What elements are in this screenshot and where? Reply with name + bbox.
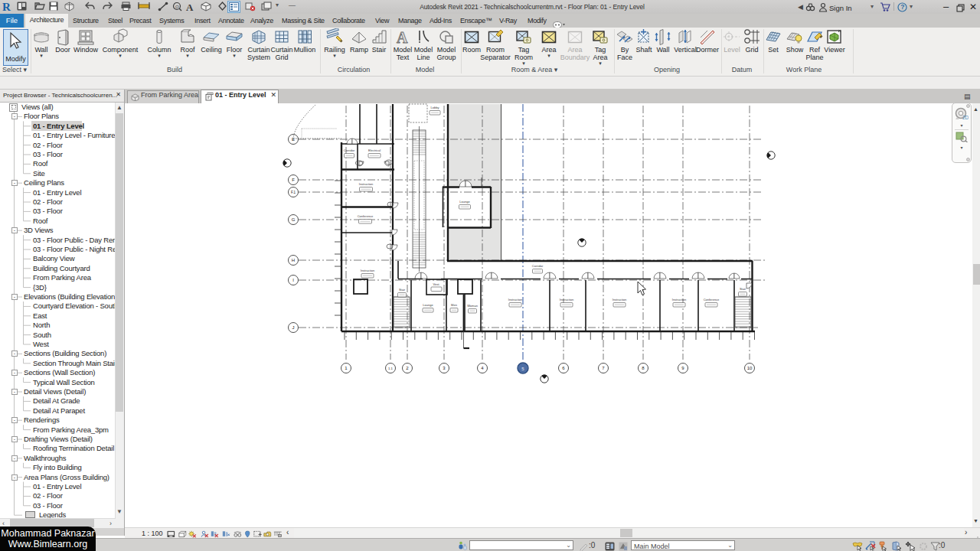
svg-text:Vest.: Vest.: [433, 282, 440, 286]
svg-text:?: ?: [900, 3, 904, 11]
svg-text:Lounge: Lounge: [423, 303, 433, 307]
svg-text:G: G: [292, 217, 296, 222]
svg-text:H: H: [292, 258, 295, 262]
svg-text:Stair: Stair: [740, 287, 746, 291]
svg-text:Stair: Stair: [399, 288, 406, 292]
svg-text:Instruction: Instruction: [361, 269, 374, 272]
svg-text:Instruction: Instruction: [612, 298, 626, 302]
svg-text:Lobby: Lobby: [431, 106, 439, 109]
svg-text:F.1: F.1: [291, 191, 296, 194]
svg-text:Instruction: Instruction: [672, 298, 686, 302]
svg-text:Woman: Woman: [467, 304, 478, 308]
svg-text:F: F: [292, 178, 295, 182]
svg-text:Corridor: Corridor: [532, 264, 544, 268]
svg-text:A: A: [397, 29, 408, 46]
svg-text:O: O: [175, 5, 179, 9]
svg-text:1.1: 1.1: [388, 367, 393, 370]
svg-text:Men: Men: [451, 303, 457, 307]
svg-text:2D: 2D: [962, 115, 969, 120]
svg-text:Lounge: Lounge: [459, 200, 470, 204]
svg-text:10: 10: [747, 366, 753, 370]
svg-text:Instruction: Instruction: [560, 298, 573, 302]
svg-text:Corridor: Corridor: [344, 148, 355, 152]
svg-text:Instruction: Instruction: [508, 298, 522, 302]
svg-text:Conference: Conference: [704, 298, 720, 302]
svg-text:Instruction: Instruction: [359, 182, 373, 186]
svg-text:J: J: [292, 325, 295, 330]
svg-text:Electrical: Electrical: [368, 148, 381, 152]
svg-text:Conference: Conference: [358, 214, 374, 218]
